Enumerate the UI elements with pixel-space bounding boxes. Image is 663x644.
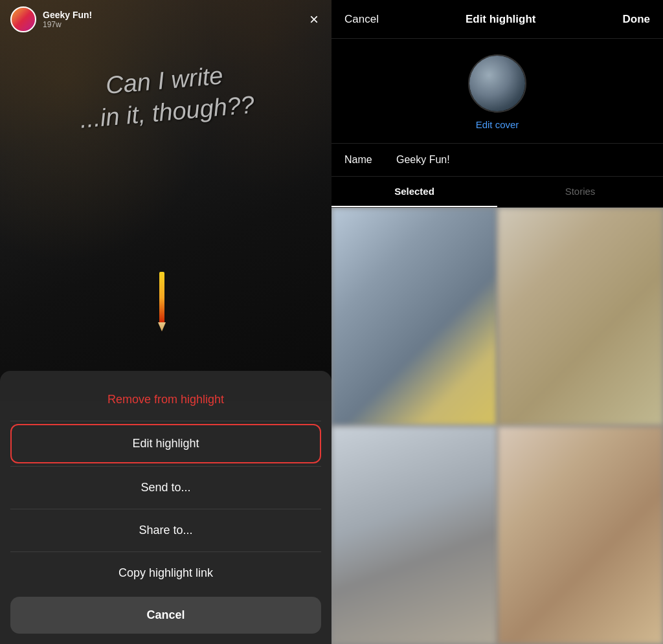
tabs-row: Selected Stories bbox=[332, 177, 663, 208]
content-area bbox=[332, 208, 663, 644]
divider-3 bbox=[10, 509, 321, 509]
cover-section: Edit cover bbox=[332, 39, 663, 144]
tab-selected[interactable]: Selected bbox=[332, 177, 497, 207]
name-field-value[interactable]: Geeky Fun! bbox=[396, 154, 650, 166]
pencil-decoration bbox=[159, 272, 164, 324]
right-topbar: Cancel Edit highlight Done bbox=[332, 0, 663, 39]
name-row: Name Geeky Fun! bbox=[332, 144, 663, 177]
content-cell-2 bbox=[498, 208, 663, 425]
content-cell-4 bbox=[498, 427, 663, 644]
cancel-button[interactable]: Cancel bbox=[10, 597, 321, 634]
story-topbar: Geeky Fun! 197w × bbox=[0, 0, 332, 39]
cancel-nav-button[interactable]: Cancel bbox=[344, 13, 379, 26]
send-to-button[interactable]: Send to... bbox=[10, 469, 321, 506]
divider-1 bbox=[10, 421, 321, 421]
username-label: Geeky Fun! bbox=[43, 10, 307, 20]
blur-grid bbox=[332, 208, 663, 644]
name-field-label: Name bbox=[344, 154, 396, 166]
copy-highlight-link-button[interactable]: Copy highlight link bbox=[10, 555, 321, 592]
cover-circle-inner bbox=[469, 56, 525, 111]
time-ago-label: 197w bbox=[43, 20, 307, 29]
edit-cover-button[interactable]: Edit cover bbox=[476, 119, 519, 130]
avatar bbox=[10, 6, 36, 32]
username-time: Geeky Fun! 197w bbox=[43, 10, 307, 29]
done-nav-button[interactable]: Done bbox=[622, 13, 650, 26]
cover-image[interactable] bbox=[468, 54, 526, 113]
divider-4 bbox=[10, 551, 321, 552]
left-panel: Can I write...in it, though?? Geeky Fun!… bbox=[0, 0, 332, 644]
tab-stories[interactable]: Stories bbox=[497, 177, 663, 207]
divider-2 bbox=[10, 466, 321, 467]
edit-highlight-button[interactable]: Edit highlight bbox=[10, 424, 321, 463]
action-sheet: Remove from highlight Edit highlight Sen… bbox=[0, 371, 332, 644]
remove-from-highlight-button[interactable]: Remove from highlight bbox=[10, 381, 321, 418]
right-panel: Cancel Edit highlight Done Edit cover Na… bbox=[332, 0, 663, 644]
close-button[interactable]: × bbox=[307, 8, 321, 31]
panel-title: Edit highlight bbox=[466, 13, 536, 26]
share-to-button[interactable]: Share to... bbox=[10, 512, 321, 549]
content-cell-3 bbox=[332, 427, 497, 644]
content-cell-1 bbox=[332, 208, 497, 425]
